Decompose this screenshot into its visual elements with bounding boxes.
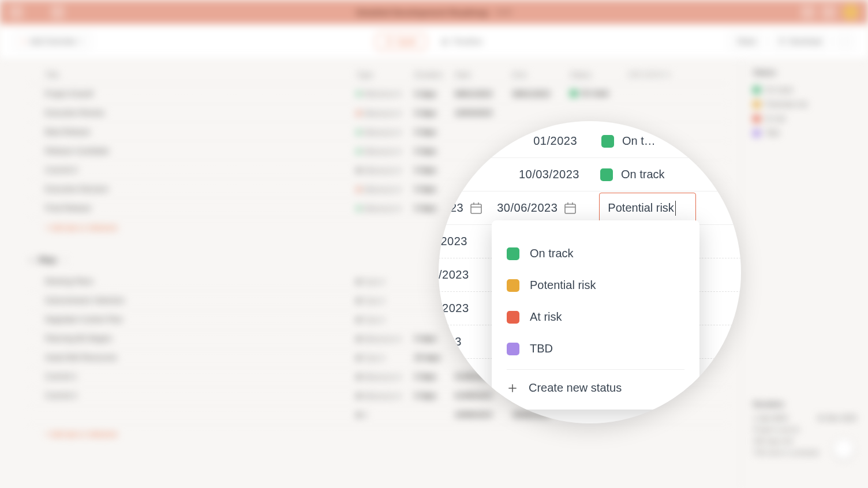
add-overview-button[interactable]: + Add Overview ▾: [14, 33, 91, 50]
dropdown-option[interactable]: TBD: [507, 333, 684, 365]
status-swatch-green: [601, 135, 614, 148]
col-duration: Duration: [414, 70, 455, 79]
create-status-button[interactable]: Create new status: [507, 373, 684, 397]
add-task-link[interactable]: + Add task or milestone: [29, 425, 729, 444]
status-swatch: [507, 343, 519, 355]
col-title: Title: [45, 70, 357, 79]
back-icon[interactable]: [51, 5, 65, 19]
dropdown-option-label: On track: [530, 247, 574, 260]
toolbar: + Add Overview ▾ ☰Gantt ⊞Timeline Share …: [0, 24, 868, 59]
calendar-icon[interactable]: [563, 201, 577, 215]
download-button[interactable]: ⬇Download: [771, 33, 829, 50]
tab-gantt[interactable]: ☰Gantt: [376, 33, 426, 50]
svg-rect-0: [471, 204, 481, 213]
search-icon[interactable]: [801, 5, 815, 19]
share-button[interactable]: Share: [729, 33, 764, 50]
text-cursor: [675, 201, 676, 216]
status-input[interactable]: Potential risk: [599, 193, 696, 224]
lens-date: /2023: [439, 268, 479, 281]
legend-item: TBD: [753, 126, 856, 140]
status-swatch: [507, 247, 519, 260]
legend-title: Status: [753, 68, 856, 77]
status-swatch: [507, 279, 519, 292]
dropdown-option-label: Potential risk: [530, 279, 596, 292]
col-status: Status: [570, 70, 628, 79]
col-end: End: [512, 70, 570, 79]
lens-date: 10/03/2023: [489, 168, 588, 181]
page-title: Detailed Development Roadmap: [356, 7, 488, 17]
calendar-icon[interactable]: [469, 201, 483, 215]
col-start: Start: [455, 70, 512, 79]
zoom-lens: 01/2023 On t… 10/03/2023 On track 23 30/…: [439, 121, 741, 423]
lens-end-date: 30/06/2023: [497, 201, 558, 215]
lens-date: 01/2023: [514, 134, 589, 148]
dropdown-option-label: At risk: [530, 310, 562, 324]
create-status-label: Create new status: [529, 381, 622, 395]
bell-icon[interactable]: [822, 5, 836, 19]
side-panel: Status On trackPotential riskAt riskTBD …: [741, 59, 868, 488]
duration-title: Duration: [753, 400, 856, 408]
dropdown-option-label: TBD: [530, 342, 553, 355]
status-badge: draft: [496, 7, 512, 17]
dropdown-option[interactable]: Potential risk: [507, 269, 684, 301]
status-swatch: [507, 311, 519, 324]
add-overview-label: Add Overview: [29, 37, 76, 46]
lens-date: /2023: [439, 302, 473, 315]
menu-icon[interactable]: [9, 5, 23, 19]
avatar[interactable]: [843, 4, 859, 20]
svg-rect-4: [565, 204, 575, 213]
legend-item: At risk: [753, 111, 856, 126]
table-row[interactable]: Executive Review Milestone ▾ 0 days 10/0…: [29, 104, 729, 123]
legend-item: On track: [753, 82, 856, 97]
help-button[interactable]: [833, 438, 854, 459]
lens-status-label: On track: [621, 168, 665, 181]
table-row[interactable]: Project Kickoff Milestone ▾ 0 days 08/01…: [29, 84, 729, 104]
column-headers: Title Type Duration Start End Status Add…: [29, 66, 729, 84]
dropdown-option[interactable]: At risk: [507, 301, 684, 333]
lens-date: 2023: [439, 235, 479, 248]
more-icon[interactable]: ⋯: [836, 33, 854, 50]
app-header: Detailed Development Roadmap draft: [0, 0, 868, 24]
status-swatch-green: [600, 168, 613, 181]
status-dropdown: On trackPotential riskAt riskTBD Create …: [492, 220, 699, 410]
col-type: Type: [357, 70, 414, 79]
legend-item: Potential risk: [753, 97, 856, 111]
add-column-button[interactable]: Add column ▾: [628, 70, 729, 79]
status-input-value: Potential risk: [608, 201, 674, 215]
dropdown-option[interactable]: On track: [507, 238, 684, 269]
plus-icon: [507, 382, 518, 394]
tab-timeline[interactable]: ⊞Timeline: [432, 33, 492, 50]
lens-status-label: On t…: [622, 134, 656, 148]
